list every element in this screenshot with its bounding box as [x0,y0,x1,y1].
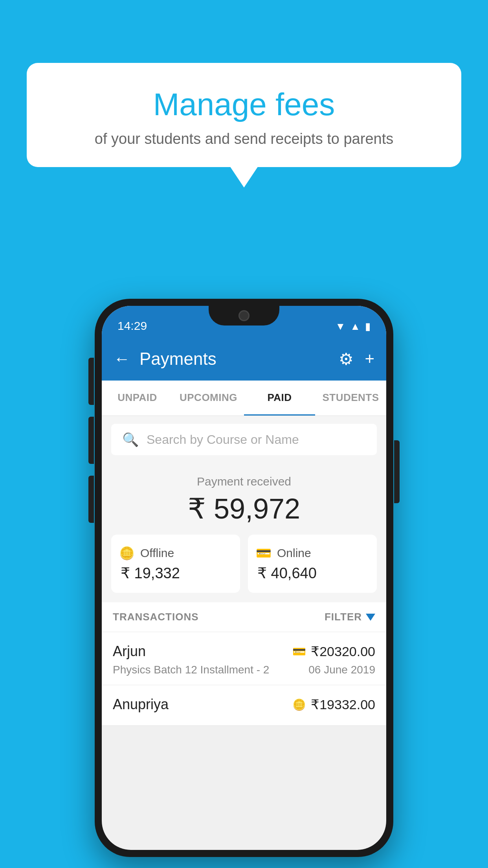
transaction-amount: ₹19332.00 [311,697,375,712]
online-pay-icon: 💳 [292,645,306,658]
online-card-header: 💳 Online [256,546,369,561]
status-time: 14:29 [117,319,147,333]
student-name: Anupriya [113,696,169,713]
transactions-label: TRANSACTIONS [113,611,199,623]
search-bar[interactable]: 🔍 Search by Course or Name [111,424,377,455]
online-payment-icon: 💳 [256,546,272,561]
camera [238,310,250,321]
payment-summary: Payment received ₹ 59,972 🪙 Offline ₹ 19… [102,463,386,602]
signal-icon: ▲ [350,320,360,333]
phone-container: 14:29 ▼ ▲ ▮ ← Payments ⚙ + UNPAID UPCO [95,299,393,857]
tab-upcoming[interactable]: UPCOMING [173,381,244,416]
battery-icon: ▮ [365,320,371,333]
wifi-icon: ▼ [336,320,346,333]
offline-card-header: 🪙 Offline [119,546,232,561]
offline-card: 🪙 Offline ₹ 19,332 [111,535,240,593]
notch [209,306,279,326]
app-bar-icons: ⚙ + [339,349,374,369]
bubble-subtitle: of your students and send receipts to pa… [46,131,442,147]
transactions-header: TRANSACTIONS FILTER [102,602,386,632]
transaction-row-bottom: Physics Batch 12 Installment - 2 06 June… [113,664,375,676]
back-button[interactable]: ← [114,349,130,368]
transaction-row-top: Arjun 💳 ₹20320.00 [113,643,375,660]
phone-screen: 14:29 ▼ ▲ ▮ ← Payments ⚙ + UNPAID UPCO [102,306,386,850]
online-label: Online [277,546,311,560]
payment-received-label: Payment received [111,475,377,488]
app-title: Payments [139,349,329,369]
status-icons: ▼ ▲ ▮ [336,320,371,333]
offline-payment-icon: 🪙 [119,546,135,561]
offline-label: Offline [140,546,174,560]
online-amount: ₹ 40,640 [257,565,369,582]
course-info: Physics Batch 12 Installment - 2 [113,664,269,676]
payment-cards: 🪙 Offline ₹ 19,332 💳 Online ₹ 40,640 [111,535,377,593]
speech-bubble: Manage fees of your students and send re… [27,63,461,167]
tab-paid[interactable]: PAID [244,381,315,416]
search-placeholder: Search by Course or Name [147,432,299,447]
filter-text: FILTER [325,611,362,623]
search-container: 🔍 Search by Course or Name [102,416,386,463]
filter-button[interactable]: FILTER [325,611,375,623]
transaction-right: 🪙 ₹19332.00 [292,697,375,712]
payment-total-amount: ₹ 59,972 [111,492,377,525]
transaction-row[interactable]: Anupriya 🪙 ₹19332.00 [102,685,386,726]
offline-pay-icon: 🪙 [292,698,306,711]
search-icon: 🔍 [122,432,139,447]
tab-unpaid[interactable]: UNPAID [102,381,173,416]
transaction-right: 💳 ₹20320.00 [292,644,375,659]
transaction-row-top: Anupriya 🪙 ₹19332.00 [113,696,375,713]
app-bar: ← Payments ⚙ + [102,337,386,381]
phone-outer: 14:29 ▼ ▲ ▮ ← Payments ⚙ + UNPAID UPCO [95,299,393,857]
offline-amount: ₹ 19,332 [121,565,232,582]
online-card: 💳 Online ₹ 40,640 [248,535,377,593]
add-icon[interactable]: + [365,349,374,368]
tab-students[interactable]: STUDENTS [315,381,386,416]
settings-icon[interactable]: ⚙ [339,349,354,369]
student-name: Arjun [113,643,146,660]
transaction-date: 06 June 2019 [308,664,375,676]
transaction-amount: ₹20320.00 [311,644,375,659]
filter-triangle-icon [366,614,375,621]
tabs: UNPAID UPCOMING PAID STUDENTS [102,381,386,416]
bubble-title: Manage fees [46,86,442,123]
transaction-row[interactable]: Arjun 💳 ₹20320.00 Physics Batch 12 Insta… [102,632,386,685]
